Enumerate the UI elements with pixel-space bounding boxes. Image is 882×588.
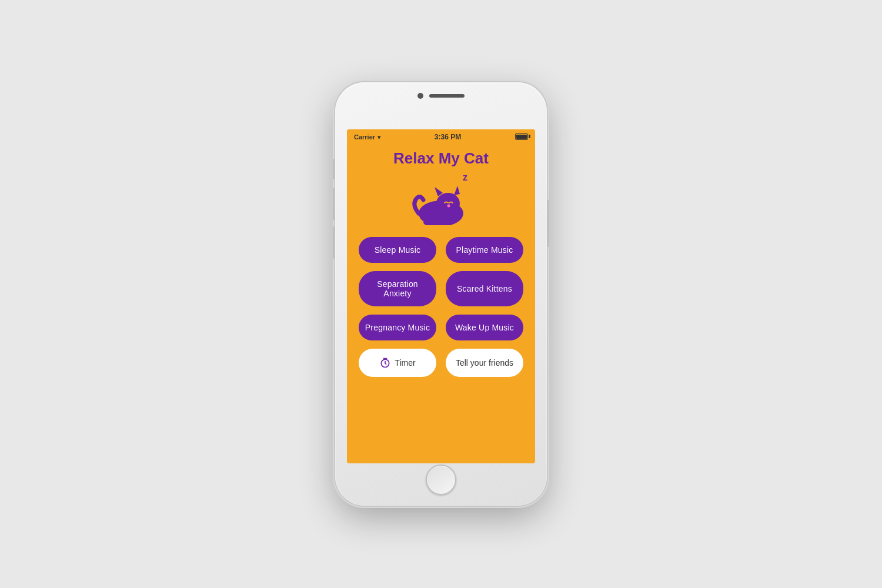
phone-screen: Carrier ▾ 3:36 PM Relax My Cat z	[347, 129, 535, 463]
timer-label: Timer	[395, 358, 415, 368]
category-grid: Sleep Music Playtime Music Separation An…	[359, 237, 523, 340]
pregnancy-music-button[interactable]: Pregnancy Music	[359, 315, 436, 340]
status-left: Carrier ▾	[354, 133, 380, 141]
front-camera	[417, 93, 423, 99]
volume-down-button	[333, 226, 335, 259]
top-hardware	[417, 93, 465, 99]
mute-button	[333, 159, 335, 179]
svg-point-1	[436, 193, 460, 214]
app-title: Relax My Cat	[393, 149, 489, 168]
timer-button[interactable]: Timer	[359, 349, 436, 377]
svg-point-4	[447, 205, 450, 208]
sleep-music-button[interactable]: Sleep Music	[359, 237, 436, 263]
action-buttons: Timer Tell your friends	[359, 349, 523, 377]
phone-device: Carrier ▾ 3:36 PM Relax My Cat z	[335, 82, 547, 506]
carrier-label: Carrier	[354, 133, 375, 141]
wifi-icon: ▾	[377, 134, 380, 141]
tell-friends-button[interactable]: Tell your friends	[446, 349, 523, 377]
separation-anxiety-button[interactable]: Separation Anxiety	[359, 271, 436, 306]
svg-marker-3	[454, 186, 460, 195]
tell-friends-label: Tell your friends	[456, 358, 513, 368]
app-content: Relax My Cat z	[347, 143, 535, 463]
battery-indicator	[515, 133, 528, 141]
power-button	[547, 200, 549, 247]
earpiece-speaker	[429, 94, 465, 98]
cat-illustration: z	[406, 172, 476, 225]
clock-icon	[379, 357, 391, 369]
cat-icon	[412, 181, 470, 225]
scared-kittens-button[interactable]: Scared Kittens	[446, 271, 523, 306]
wake-up-music-button[interactable]: Wake Up Music	[446, 315, 523, 340]
status-time: 3:36 PM	[435, 133, 461, 141]
status-bar: Carrier ▾ 3:36 PM	[347, 129, 535, 143]
home-button[interactable]	[426, 465, 456, 495]
volume-up-button	[333, 188, 335, 220]
playtime-music-button[interactable]: Playtime Music	[446, 237, 523, 263]
